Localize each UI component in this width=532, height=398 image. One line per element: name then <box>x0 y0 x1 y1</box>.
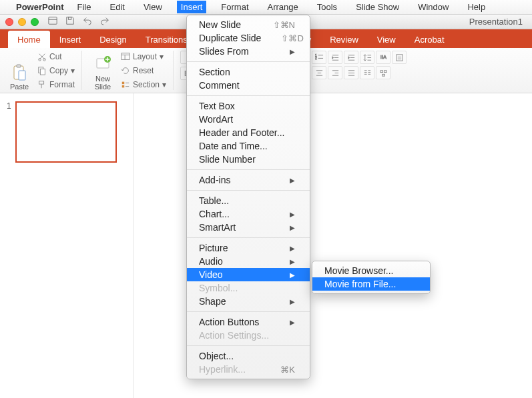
menu-item-action-settings: Action Settings... <box>187 329 310 342</box>
insert-menu: New Slide⇧⌘NDuplicate Slide⇧⌘DSlides Fro… <box>186 15 310 379</box>
app-name[interactable]: PowerPoint <box>16 2 64 12</box>
svg-rect-0 <box>49 17 57 25</box>
tab-home[interactable]: Home <box>8 31 50 48</box>
text-direction-button[interactable]: IIA <box>376 51 390 64</box>
svg-rect-61 <box>380 70 382 72</box>
tab-insert[interactable]: Insert <box>50 31 91 48</box>
menu-item-shape[interactable]: Shape▶ <box>187 295 310 308</box>
slides-group: New Slide Layout ▾ Reset Section ▾ <box>89 51 174 90</box>
menu-item-section[interactable]: Section <box>187 65 310 79</box>
svg-rect-40 <box>396 54 402 60</box>
menu-item-duplicate-slide[interactable]: Duplicate Slide⇧⌘D <box>187 31 310 45</box>
menu-slide-show[interactable]: Slide Show <box>352 1 403 13</box>
copy-button[interactable]: Copy ▾ <box>37 65 75 77</box>
align-center-button[interactable] <box>312 66 326 79</box>
layout-button[interactable]: Layout ▾ <box>121 51 166 63</box>
menu-item-audio[interactable]: Audio▶ <box>187 255 310 268</box>
menu-file[interactable]: File <box>73 1 95 13</box>
menu-view[interactable]: View <box>140 1 166 13</box>
qat-ribbon-toggle-icon[interactable] <box>48 16 57 27</box>
menu-arrange[interactable]: Arrange <box>264 1 302 13</box>
tab-design[interactable]: Design <box>90 31 136 48</box>
menu-item-new-slide[interactable]: New Slide⇧⌘N <box>187 18 310 31</box>
convert-smartart-button[interactable] <box>376 66 390 79</box>
menu-item-smartart[interactable]: SmartArt▶ <box>187 221 310 234</box>
tab-review[interactable]: Review <box>320 31 368 48</box>
close-button[interactable] <box>5 18 13 26</box>
menu-item-date-and-time[interactable]: Date and Time... <box>187 139 310 153</box>
menu-insert[interactable]: Insert <box>177 1 207 13</box>
svg-rect-13 <box>121 53 129 60</box>
document-title: Presentation1 <box>469 17 523 27</box>
menu-item-slide-number[interactable]: Slide Number <box>187 153 310 166</box>
decrease-indent-button[interactable] <box>328 51 342 64</box>
menu-item-movie-browser[interactable]: Movie Browser... <box>312 264 430 277</box>
menu-item-text-box[interactable]: Text Box <box>187 99 310 113</box>
quick-access-toolbar <box>48 16 109 27</box>
menu-item-header-and-footer[interactable]: Header and Footer... <box>187 126 310 139</box>
tab-acrobat[interactable]: Acrobat <box>405 31 454 48</box>
zoom-button[interactable] <box>31 18 39 26</box>
cut-button[interactable]: Cut <box>37 51 75 63</box>
svg-rect-17 <box>122 85 125 88</box>
menu-item-symbol: Symbol... <box>187 281 310 295</box>
menu-item-table[interactable]: Table... <box>187 194 310 207</box>
align-right-button[interactable] <box>328 66 342 79</box>
new-slide-label: New Slide <box>95 75 111 91</box>
reset-button[interactable]: Reset <box>121 65 166 77</box>
menu-edit[interactable]: Edit <box>105 1 128 13</box>
columns-button[interactable] <box>360 66 374 79</box>
svg-text:2: 2 <box>315 57 317 60</box>
window-traffic-lights <box>5 18 39 26</box>
svg-rect-62 <box>384 70 386 72</box>
menu-tools[interactable]: Tools <box>313 1 341 13</box>
menu-window[interactable]: Window <box>414 1 453 13</box>
svg-rect-63 <box>382 74 384 76</box>
paste-label: Paste <box>10 83 29 91</box>
minimize-button[interactable] <box>18 18 26 26</box>
slide-number: 1 <box>7 101 11 163</box>
menu-item-comment[interactable]: Comment <box>187 79 310 92</box>
menu-item-wordart[interactable]: WordArt <box>187 113 310 126</box>
svg-text:IIA: IIA <box>380 54 386 60</box>
numbering-button[interactable]: 12 <box>312 51 326 64</box>
paste-button[interactable]: Paste <box>5 51 33 91</box>
mac-menu-bar: PowerPoint FileEditViewInsertFormatArran… <box>0 0 532 15</box>
menu-item-video[interactable]: Video▶ <box>187 268 310 281</box>
menu-item-hyperlink: Hyperlink...⌘K <box>187 363 310 376</box>
justify-button[interactable] <box>344 66 358 79</box>
svg-rect-4 <box>17 65 21 67</box>
save-icon[interactable] <box>65 16 75 27</box>
menu-item-add-ins[interactable]: Add-ins▶ <box>187 173 310 187</box>
svg-rect-2 <box>68 17 71 20</box>
menu-item-object[interactable]: Object... <box>187 349 310 363</box>
redo-icon[interactable] <box>100 16 109 27</box>
svg-rect-5 <box>19 71 25 80</box>
new-slide-button[interactable]: New Slide <box>89 51 117 91</box>
clipboard-group: Paste Cut Copy ▾ Format <box>5 51 82 90</box>
menu-item-slides-from[interactable]: Slides From▶ <box>187 45 310 58</box>
svg-rect-10 <box>39 81 44 84</box>
paragraph-group: 12 IIA <box>296 51 413 90</box>
slide-thumbnail-panel: 1 <box>0 93 134 398</box>
undo-icon[interactable] <box>83 16 92 27</box>
align-text-button[interactable] <box>392 51 407 64</box>
section-button[interactable]: Section ▾ <box>121 79 166 91</box>
tab-view[interactable]: View <box>368 31 405 48</box>
svg-rect-9 <box>40 69 45 75</box>
menu-help[interactable]: Help <box>463 1 489 13</box>
slide-thumbnail[interactable] <box>15 101 117 163</box>
menu-format[interactable]: Format <box>217 1 252 13</box>
menu-item-action-buttons[interactable]: Action Buttons▶ <box>187 315 310 329</box>
menu-item-movie-from-file[interactable]: Movie from File... <box>312 277 430 291</box>
video-submenu: Movie Browser...Movie from File... <box>312 261 431 294</box>
line-spacing-button[interactable] <box>360 51 374 64</box>
svg-rect-16 <box>122 82 125 85</box>
format-painter-button[interactable]: Format <box>37 79 75 91</box>
menu-item-picture[interactable]: Picture▶ <box>187 241 310 255</box>
menu-item-chart[interactable]: Chart...▶ <box>187 207 310 221</box>
increase-indent-button[interactable] <box>344 51 358 64</box>
